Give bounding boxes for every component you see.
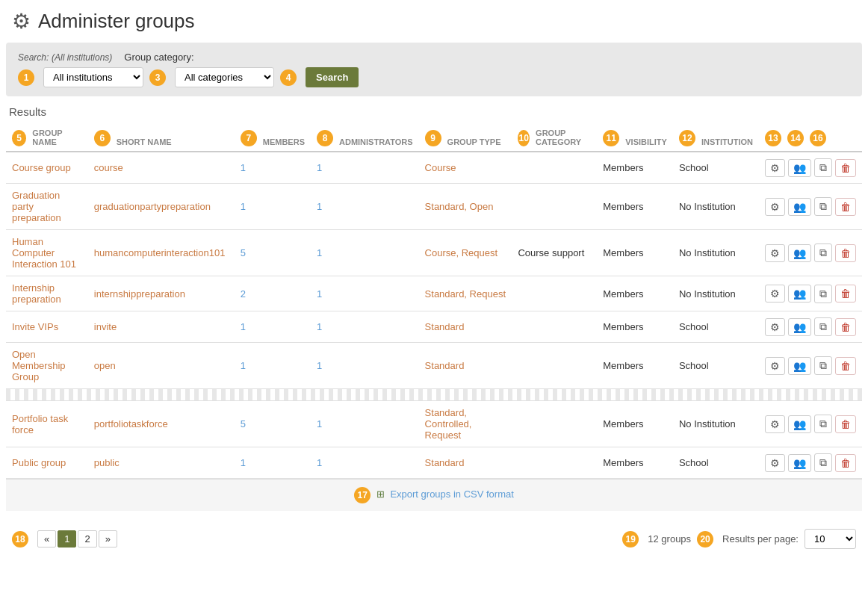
members-button[interactable]: 👥	[788, 198, 811, 216]
badge-10: 10	[518, 130, 530, 146]
delete-button[interactable]: 🗑	[835, 454, 856, 472]
badge-11: 11	[603, 130, 619, 146]
group-name-link[interactable]: Public group	[12, 457, 66, 468]
search-label: Search: (All institutions)	[18, 52, 112, 63]
settings-button[interactable]: ⚙	[765, 244, 785, 262]
delete-button[interactable]: 🗑	[835, 244, 856, 262]
admins-link[interactable]: 1	[317, 201, 322, 212]
cell-institution: No Institution	[673, 401, 759, 447]
search-button[interactable]: Search	[306, 67, 359, 87]
institution-select[interactable]: All institutions	[43, 67, 143, 87]
members-link[interactable]: 5	[241, 418, 246, 429]
settings-button[interactable]: ⚙	[765, 285, 785, 303]
cell-group-type: Standard	[419, 311, 512, 343]
cell-visibility: Members	[597, 401, 673, 447]
group-name-link[interactable]: Open Membership Group	[12, 349, 66, 382]
delete-button[interactable]: 🗑	[835, 318, 856, 336]
members-link[interactable]: 1	[241, 162, 246, 173]
badge-group-category: 3	[149, 69, 166, 86]
members-link[interactable]: 1	[241, 321, 246, 332]
members-link[interactable]: 1	[241, 201, 246, 212]
gear-icon: ⚙	[12, 9, 31, 34]
badge-19: 19	[622, 531, 639, 547]
badge-13: 13	[765, 130, 781, 146]
cell-administrators: 1	[311, 311, 419, 343]
cell-category	[512, 152, 597, 184]
settings-button[interactable]: ⚙	[765, 454, 785, 472]
group-name-link[interactable]: Portfolio task force	[12, 413, 68, 435]
admins-link[interactable]: 1	[317, 247, 322, 258]
badge-14: 14	[787, 130, 804, 146]
cell-category	[512, 447, 597, 479]
members-link[interactable]: 1	[241, 360, 246, 371]
results-table: 5 GROUP NAME 6 SHORT NAME 7 MEMBERS	[6, 124, 862, 479]
category-select[interactable]: All categories	[175, 67, 274, 87]
delete-button[interactable]: 🗑	[835, 285, 856, 303]
cell-actions: ⚙ 👥 ⧉ 🗑	[759, 447, 862, 479]
table-row: Course group course 1 1 Course Members S…	[6, 152, 862, 184]
group-name-link[interactable]: Internship preparation	[12, 282, 61, 305]
pagination-next[interactable]: »	[99, 530, 117, 547]
group-name-link[interactable]: Graduation party preparation	[12, 190, 61, 223]
settings-button[interactable]: ⚙	[765, 415, 785, 433]
cell-category	[512, 343, 597, 389]
delete-button[interactable]: 🗑	[835, 415, 856, 433]
cell-actions: ⚙ 👥 ⧉ 🗑	[759, 401, 862, 447]
members-button[interactable]: 👥	[788, 244, 811, 262]
delete-button[interactable]: 🗑	[835, 198, 856, 216]
copy-button[interactable]: ⧉	[814, 317, 832, 336]
delete-button[interactable]: 🗑	[835, 159, 856, 177]
settings-button[interactable]: ⚙	[765, 318, 785, 336]
members-link[interactable]: 2	[241, 288, 246, 300]
group-name-link[interactable]: Course group	[12, 162, 71, 173]
settings-button[interactable]: ⚙	[765, 357, 785, 375]
copy-button[interactable]: ⧉	[814, 197, 832, 216]
admins-link[interactable]: 1	[317, 288, 322, 300]
admins-link[interactable]: 1	[317, 321, 322, 332]
copy-button[interactable]: ⧉	[814, 158, 832, 177]
members-link[interactable]: 1	[241, 457, 246, 468]
members-button[interactable]: 👥	[788, 357, 811, 375]
cell-visibility: Members	[597, 276, 673, 311]
settings-button[interactable]: ⚙	[765, 159, 785, 177]
copy-button[interactable]: ⧉	[814, 243, 832, 262]
copy-button[interactable]: ⧉	[814, 415, 832, 433]
page-header: ⚙ Administer groups	[0, 0, 868, 43]
results-title: Results	[6, 105, 862, 118]
export-csv-link[interactable]: 17 ⊞ Export groups in CSV format	[354, 488, 514, 500]
members-button[interactable]: 👥	[788, 415, 811, 433]
admins-link[interactable]: 1	[317, 360, 322, 371]
members-button[interactable]: 👥	[788, 318, 811, 336]
table-row: Graduation party preparation graduationp…	[6, 184, 862, 230]
pagination-page-1[interactable]: 1	[58, 530, 76, 547]
badge-8: 8	[317, 130, 333, 146]
cell-actions: ⚙ 👥 ⧉ 🗑	[759, 152, 862, 184]
members-link[interactable]: 5	[241, 247, 246, 258]
copy-button[interactable]: ⧉	[814, 285, 832, 303]
delete-button[interactable]: 🗑	[835, 357, 856, 375]
members-button[interactable]: 👥	[788, 285, 811, 303]
admins-link[interactable]: 1	[317, 162, 322, 173]
settings-button[interactable]: ⚙	[765, 198, 785, 216]
badge-17: 17	[354, 487, 371, 503]
cell-group-type: Standard	[419, 343, 512, 389]
copy-button[interactable]: ⧉	[814, 356, 832, 375]
cell-institution: School	[673, 311, 759, 343]
results-per-page-select[interactable]: 10 25 50	[805, 529, 856, 549]
pagination-page-2[interactable]: 2	[78, 530, 96, 547]
group-name-link[interactable]: Human Computer Interaction 101	[12, 236, 76, 270]
admins-link[interactable]: 1	[317, 418, 322, 429]
search-sub-label: (All institutions)	[52, 52, 112, 63]
badge-20: 20	[697, 531, 713, 547]
wavy-divider-row	[6, 389, 862, 401]
members-button[interactable]: 👥	[788, 159, 811, 177]
badge-institution: 1	[18, 69, 34, 86]
pagination-prev[interactable]: «	[37, 530, 56, 547]
cell-administrators: 1	[311, 401, 419, 447]
members-button[interactable]: 👥	[788, 454, 811, 472]
admins-link[interactable]: 1	[317, 457, 322, 468]
col-header-institution: 12 INSTITUTION	[673, 124, 759, 152]
copy-button[interactable]: ⧉	[814, 453, 832, 472]
col-header-group-category: 10 GROUP CATEGORY	[512, 124, 597, 152]
group-name-link[interactable]: Invite VIPs	[12, 321, 58, 332]
